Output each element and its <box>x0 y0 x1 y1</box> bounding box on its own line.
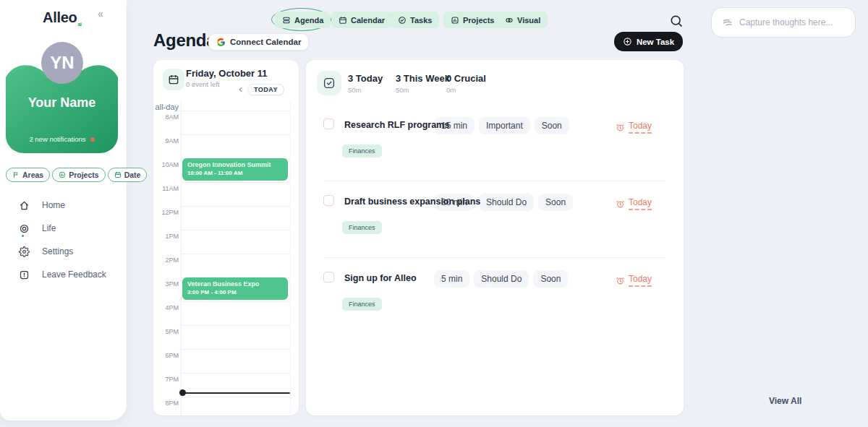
filter-areas-label: Areas <box>22 171 43 179</box>
calendar-hour-grid: 8AM 9AM 10AM 11AM 12PM 1PM 2PM 3PM 4PM 5… <box>153 111 299 415</box>
hour-label: 11AM <box>153 185 179 192</box>
tab-visual[interactable]: Visual <box>498 12 548 28</box>
hour-row: 11AM <box>153 182 299 206</box>
prev-day-chevron-icon[interactable]: ‹ <box>239 82 242 95</box>
hour-row: 9AM <box>153 134 299 158</box>
sidebar: Alleoai « YN Your Name 2 new notificatio… <box>0 0 127 420</box>
alarm-clock-icon <box>616 199 625 209</box>
task-tag[interactable]: Finances <box>342 145 382 158</box>
sidebar-home-label: Home <box>42 200 65 210</box>
filter-date-button[interactable]: Date <box>108 168 148 182</box>
hour-label: 1PM <box>153 233 179 240</box>
hour-row: 2PM <box>153 254 299 277</box>
task-title[interactable]: Sign up for Alleo <box>344 273 417 283</box>
stat-today: 3 Today 50m <box>348 73 383 94</box>
sidebar-item-settings[interactable]: Settings <box>19 240 106 263</box>
alarm-clock-icon <box>616 276 625 285</box>
sidebar-item-home[interactable]: Home <box>19 194 106 217</box>
calendar-icon <box>114 171 122 178</box>
app-logo: Alleoai <box>43 9 82 27</box>
event-time: 3:00 PM - 4:00 PM <box>187 289 283 296</box>
stat-week-value: 3 This Week <box>396 73 450 84</box>
task-due[interactable]: Today <box>616 121 652 134</box>
task-pills: 15 min Important Soon <box>434 117 569 134</box>
hour-row: 1PM <box>153 230 299 254</box>
notifications-link[interactable]: 2 new notifications <box>6 135 118 143</box>
sidebar-item-life[interactable]: Life <box>19 217 106 240</box>
life-status-dot <box>22 235 24 237</box>
task-due[interactable]: Today <box>616 274 652 287</box>
task-tag[interactable]: Finances <box>342 221 382 234</box>
sidebar-feedback-label: Leave Feedback <box>42 269 106 280</box>
task-priority-pill[interactable]: Should Do <box>479 194 534 211</box>
task-priority-pill[interactable]: Should Do <box>474 270 529 288</box>
google-logo-icon <box>216 38 226 47</box>
tab-tasks[interactable]: Tasks <box>391 12 439 28</box>
hour-label: 3PM <box>153 280 179 288</box>
calendar-icon <box>339 16 347 25</box>
notifications-text: 2 new notifications <box>29 135 85 143</box>
calendar-panel: Friday, October 11 0 event left ‹ TODAY … <box>153 60 299 415</box>
row-divider <box>324 257 665 258</box>
new-task-button[interactable]: New Task <box>614 32 683 51</box>
scribble-pen-icon <box>722 17 733 28</box>
task-title[interactable]: Research RLF programs <box>344 120 449 130</box>
task-row: Draft business expansion plans 30 min Sh… <box>306 191 684 268</box>
tab-agenda[interactable]: Agenda <box>275 12 331 28</box>
hour-row: 5PM <box>153 325 299 349</box>
next-day-chevron-icon[interactable]: › <box>273 82 277 95</box>
task-checkbox[interactable] <box>323 195 334 206</box>
today-button[interactable]: TODAY <box>247 84 284 95</box>
calendar-events-left: 0 event left <box>186 80 219 88</box>
calendar-date-title: Friday, October 11 <box>186 68 267 79</box>
task-row: Sign up for Alleo 5 min Should Do Soon T… <box>306 268 684 345</box>
task-pills: 5 min Should Do Soon <box>434 270 568 288</box>
hour-label: 6PM <box>153 352 179 359</box>
hour-row: 8PM <box>153 397 299 415</box>
calendar-event[interactable]: Oregon Innovation Summit 10:00 AM - 11:0… <box>182 158 288 181</box>
search-icon[interactable] <box>669 14 684 28</box>
tab-agenda-label: Agenda <box>294 16 323 25</box>
task-tag[interactable]: Finances <box>342 298 382 311</box>
task-checkbox[interactable] <box>323 272 334 282</box>
life-target-icon <box>19 223 30 234</box>
stat-crucial-value: 0 Crucial <box>446 73 486 84</box>
tab-visual-label: Visual <box>517 16 540 25</box>
tab-calendar[interactable]: Calendar <box>331 12 392 28</box>
stat-week-minutes: 50m <box>396 86 450 94</box>
tasks-panel: 3 Today 50m 3 This Week 50m 0 Crucial 0m… <box>306 60 684 415</box>
task-duration-pill[interactable]: 5 min <box>434 270 469 288</box>
capture-thoughts-input[interactable] <box>739 17 845 27</box>
hour-row: 8AM <box>153 111 299 134</box>
task-timing-pill[interactable]: Soon <box>533 270 568 288</box>
task-checkbox[interactable] <box>323 118 334 129</box>
filter-areas-button[interactable]: Areas <box>6 168 50 182</box>
new-task-label: New Task <box>637 38 674 46</box>
filter-date-label: Date <box>124 171 141 179</box>
current-time-dot <box>179 389 186 396</box>
task-timing-pill[interactable]: Soon <box>535 117 569 134</box>
sidebar-collapse-icon[interactable]: « <box>98 8 103 20</box>
logo-suffix: ai <box>77 22 81 27</box>
page-title: Agenda <box>153 30 216 51</box>
sidebar-item-leave-feedback[interactable]: Leave Feedback <box>19 263 106 286</box>
view-all-link[interactable]: View All <box>769 396 801 406</box>
connect-calendar-button[interactable]: Connect Calendar <box>208 33 309 51</box>
hour-label: 8PM <box>153 400 179 407</box>
task-timing-pill[interactable]: Soon <box>538 194 573 211</box>
task-due-label: Today <box>629 121 652 134</box>
task-priority-pill[interactable]: Important <box>479 117 530 134</box>
filter-projects-button[interactable]: Projects <box>52 168 105 182</box>
capture-thoughts-box[interactable] <box>711 7 856 38</box>
task-due[interactable]: Today <box>616 197 652 210</box>
calendar-event[interactable]: Veteran Business Expo 3:00 PM - 4:00 PM <box>182 277 288 300</box>
visual-icon <box>505 16 514 25</box>
tab-projects[interactable]: Projects <box>443 12 501 28</box>
current-time-line <box>182 392 290 394</box>
task-title[interactable]: Draft business expansion plans <box>344 197 480 207</box>
hour-label: 12PM <box>153 209 179 216</box>
avatar[interactable]: YN <box>41 42 83 84</box>
row-divider <box>324 181 665 181</box>
projects-chart-icon <box>451 16 459 25</box>
projects-chart-icon <box>59 171 66 178</box>
